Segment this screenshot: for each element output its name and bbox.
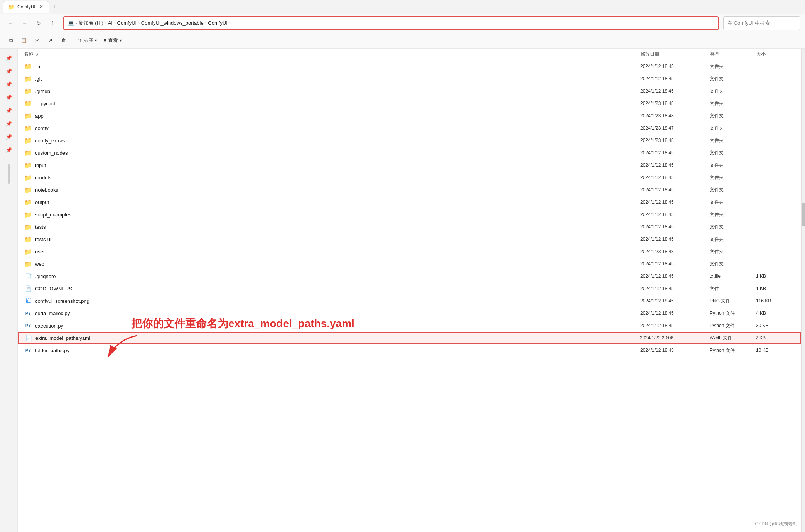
table-row[interactable]: 📁 custom_nodes 2024/1/12 18:45 文件夹	[18, 147, 801, 159]
folder-icon: 📁	[24, 112, 32, 120]
table-row[interactable]: 📁 output 2024/1/12 18:45 文件夹	[18, 196, 801, 208]
back-button[interactable]: ←	[5, 17, 17, 29]
pin-6[interactable]: 📌	[3, 117, 15, 130]
file-type: 文件夹	[710, 187, 756, 193]
forward-button[interactable]: →	[19, 17, 31, 29]
breadcrumb-comfyui[interactable]: ComfyUI	[117, 20, 137, 26]
toolbar-separator	[72, 37, 72, 44]
table-row[interactable]: 📁 input 2024/1/12 18:45 文件夹	[18, 159, 801, 171]
up-button[interactable]: ⇧	[46, 17, 59, 29]
table-row[interactable]: 📄 .gitignore 2024/1/12 18:45 txtfile 1 K…	[18, 270, 801, 282]
table-row[interactable]: 📁 models 2024/1/12 18:45 文件夹	[18, 171, 801, 184]
table-row[interactable]: 📁 .ci 2024/1/12 18:45 文件夹	[18, 60, 801, 73]
file-date: 2024/1/12 18:45	[640, 286, 710, 291]
pin-3[interactable]: 📌	[3, 78, 15, 90]
search-input[interactable]	[723, 16, 800, 30]
file-type: txtfile	[710, 274, 756, 279]
file-size: 10 KB	[756, 348, 795, 353]
breadcrumb-current[interactable]: ComfyUI	[208, 20, 228, 26]
delete-button[interactable]: 🗑	[57, 34, 69, 47]
vertical-scrollbar[interactable]	[801, 49, 805, 532]
file-date: 2024/1/12 18:45	[640, 162, 710, 168]
pin-8[interactable]: 📌	[3, 144, 15, 156]
pin-2[interactable]: 📌	[3, 65, 15, 77]
header-type[interactable]: 类型	[710, 51, 756, 57]
view-label: 查看	[108, 37, 118, 44]
pin-1[interactable]: 📌	[3, 52, 15, 64]
breadcrumb-sep-3: ›	[138, 21, 140, 25]
table-row[interactable]: 🖼 comfyui_screenshot.png 2024/1/12 18:45…	[18, 295, 801, 307]
table-row[interactable]: 📄 extra_model_paths.yaml 2024/1/23 20:06…	[18, 332, 801, 344]
cut-button[interactable]: ✂	[31, 34, 43, 47]
header-date[interactable]: 修改日期	[641, 51, 710, 57]
table-row[interactable]: 📁 notebooks 2024/1/12 18:45 文件夹	[18, 184, 801, 196]
file-size: 1 KB	[756, 286, 795, 291]
file-date: 2024/1/23 18:48	[640, 113, 710, 118]
table-row[interactable]: 📁 .github 2024/1/12 18:45 文件夹	[18, 85, 801, 97]
tab-close-button[interactable]: ✕	[39, 4, 44, 10]
file-date: 2024/1/12 18:45	[640, 187, 710, 193]
file-type: 文件夹	[710, 88, 756, 95]
table-row[interactable]: 📁 user 2024/1/23 18:48 文件夹	[18, 245, 801, 258]
python-icon: PY	[24, 346, 32, 354]
file-date: 2024/1/12 18:45	[640, 150, 710, 155]
file-name: 📁 comfy_extras	[24, 137, 640, 144]
file-name-text: extra_model_paths.yaml	[35, 335, 90, 341]
file-name: 📁 app	[24, 112, 640, 120]
breadcrumb-portable[interactable]: ComfyUI_windows_portable	[141, 20, 204, 26]
table-row[interactable]: 📁 app 2024/1/23 18:48 文件夹	[18, 110, 801, 122]
file-name-text: user	[35, 249, 45, 255]
file-date: 2024/1/12 18:45	[640, 348, 710, 353]
table-row[interactable]: 📁 tests 2024/1/12 18:45 文件夹	[18, 221, 801, 233]
file-name: 🖼 comfyui_screenshot.png	[24, 297, 640, 305]
header-size[interactable]: 大小	[756, 51, 795, 57]
header-name[interactable]: 名称 ∧	[24, 51, 641, 57]
file-type: 文件夹	[710, 224, 756, 230]
table-row[interactable]: 📄 CODEOWNERS 2024/1/12 18:45 文件 1 KB	[18, 282, 801, 295]
table-row[interactable]: PY execution.py 2024/1/12 18:45 Python 文…	[18, 319, 801, 332]
file-name: PY cuda_malloc.py	[24, 309, 640, 317]
browser-tab[interactable]: 📁 ComfyUI ✕	[3, 1, 49, 13]
sort-button[interactable]: ↑ ↑ 排序 ▾	[74, 34, 100, 47]
table-row[interactable]: 📁 script_examples 2024/1/12 18:45 文件夹	[18, 208, 801, 221]
breadcrumb-drive[interactable]: 新加卷 (H:)	[79, 20, 103, 27]
file-type: PNG 文件	[710, 298, 756, 304]
table-row[interactable]: 📁 comfy_extras 2024/1/23 18:48 文件夹	[18, 134, 801, 147]
file-name-text: execution.py	[35, 323, 63, 329]
file-date: 2024/1/12 18:45	[640, 311, 710, 316]
file-type: 文件夹	[710, 150, 756, 156]
table-row[interactable]: 📁 __pycache__ 2024/1/23 18:48 文件夹	[18, 97, 801, 110]
file-date: 2024/1/12 18:45	[640, 298, 710, 304]
file-name: 📁 user	[24, 248, 640, 255]
table-row[interactable]: 📁 comfy 2024/1/23 18:47 文件夹	[18, 122, 801, 134]
pin-4[interactable]: 📌	[3, 91, 15, 103]
refresh-button[interactable]: ↻	[32, 17, 45, 29]
table-row[interactable]: 📁 tests-ui 2024/1/12 18:45 文件夹	[18, 233, 801, 245]
file-name-text: cuda_malloc.py	[35, 311, 70, 316]
paste-button[interactable]: 📋	[18, 34, 30, 47]
file-type: 文件夹	[710, 125, 756, 132]
file-type: 文件夹	[710, 248, 756, 255]
table-row[interactable]: PY folder_paths.py 2024/1/12 18:45 Pytho…	[18, 344, 801, 356]
pin-7[interactable]: 📌	[3, 130, 15, 143]
file-list-header: 名称 ∧ 修改日期 类型 大小	[18, 49, 801, 60]
share-button[interactable]: ↗	[44, 34, 56, 47]
breadcrumb-ai[interactable]: AI	[108, 20, 113, 26]
file-name-text: script_examples	[35, 212, 71, 218]
pin-5[interactable]: 📌	[3, 104, 15, 117]
table-row[interactable]: 📁 web 2024/1/12 18:45 文件夹	[18, 258, 801, 270]
file-name: 📁 comfy	[24, 124, 640, 132]
table-row[interactable]: 📁 .git 2024/1/12 18:45 文件夹	[18, 73, 801, 85]
breadcrumb-this-pc[interactable]: 💻	[68, 20, 74, 26]
table-row[interactable]: PY cuda_malloc.py 2024/1/12 18:45 Python…	[18, 307, 801, 319]
view-button[interactable]: ≡ 查看 ▾	[101, 34, 125, 47]
copy-button[interactable]: ⧉	[5, 34, 17, 47]
file-type: 文件	[710, 285, 756, 292]
new-tab-button[interactable]: +	[49, 2, 60, 12]
file-name-text: CODEOWNERS	[35, 286, 72, 292]
file-name-text: app	[35, 113, 44, 119]
file-date: 2024/1/12 18:45	[640, 64, 710, 69]
breadcrumb-drive-label: 新加卷 (H:)	[79, 20, 103, 27]
scrollbar-thumb[interactable]	[802, 203, 805, 226]
more-button[interactable]: ···	[125, 34, 138, 47]
